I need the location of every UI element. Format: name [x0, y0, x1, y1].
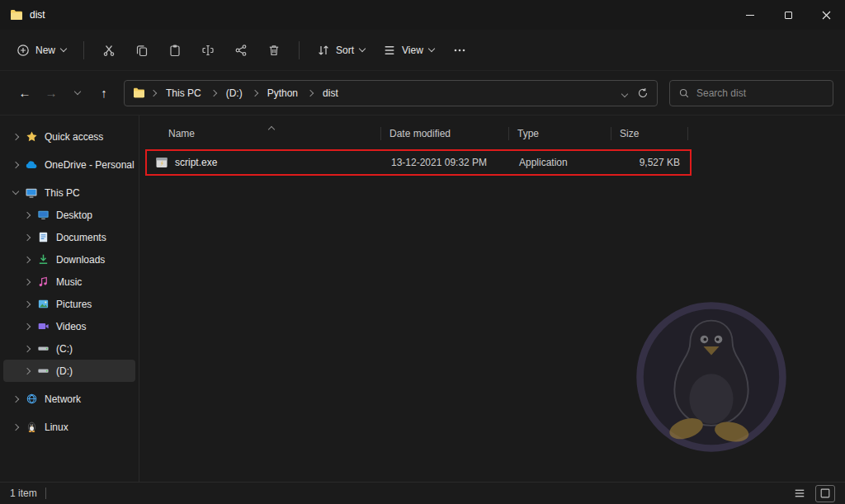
column-header-row: Name Date modified Type Size: [145, 122, 688, 145]
view-button-label: View: [402, 45, 423, 56]
maximize-button[interactable]: [769, 0, 807, 30]
penguin-icon: [23, 421, 40, 433]
file-row-script-exe[interactable]: script.exe 13-12-2021 09:32 PM Applicati…: [145, 149, 692, 176]
folder-icon: [133, 87, 145, 98]
chevron-right-icon: [20, 280, 35, 285]
music-note-icon: [35, 276, 51, 288]
details-view-icon: [794, 488, 805, 499]
sidebar-item-drive-c[interactable]: (C:): [3, 337, 135, 360]
paste-button[interactable]: [159, 37, 191, 64]
breadcrumb-python[interactable]: Python: [263, 86, 302, 101]
plus-circle-icon: [17, 44, 30, 57]
file-type-cell: Application: [511, 151, 613, 174]
sidebar-item-downloads[interactable]: Downloads: [3, 248, 135, 271]
navigation-pane: Quick access OneDrive - Personal This PC…: [0, 115, 139, 482]
thumbnail-view-icon: [819, 488, 831, 499]
item-count: 1 item: [10, 488, 37, 499]
rename-icon: [201, 44, 215, 57]
toolbar-separator: [299, 41, 300, 59]
chevron-down-icon: [60, 45, 67, 52]
minimize-button[interactable]: [731, 0, 769, 30]
column-header-date-modified[interactable]: Date modified: [381, 122, 509, 145]
sidebar-item-drive-d[interactable]: (D:): [3, 360, 135, 382]
back-icon: ←: [19, 86, 31, 100]
breadcrumb-drive-d[interactable]: (D:): [222, 86, 247, 101]
address-dropdown-button[interactable]: [622, 87, 627, 99]
up-button[interactable]: ↑: [91, 81, 117, 106]
chevron-down-icon: [8, 191, 23, 194]
share-button[interactable]: [225, 37, 257, 64]
forward-button[interactable]: →: [38, 81, 64, 106]
breadcrumb-this-pc[interactable]: This PC: [162, 86, 205, 101]
see-more-button[interactable]: [444, 37, 475, 64]
close-icon: [822, 11, 831, 20]
chevron-right-icon: [20, 346, 35, 351]
view-icon: [383, 44, 396, 57]
chevron-right-icon: [20, 235, 35, 240]
sidebar-item-linux[interactable]: Linux: [3, 416, 135, 438]
chevron-right-icon: [308, 91, 313, 96]
chevron-right-icon: [8, 134, 23, 139]
search-box[interactable]: [669, 80, 833, 106]
tab-title: dist: [30, 9, 45, 21]
picture-icon: [35, 298, 51, 310]
chevron-right-icon: [253, 91, 257, 96]
chevron-right-icon: [8, 397, 23, 402]
download-arrow-icon: [35, 253, 51, 266]
column-header-type[interactable]: Type: [509, 122, 611, 145]
sidebar-item-documents[interactable]: Documents: [3, 226, 135, 248]
cut-button[interactable]: [93, 37, 125, 64]
thumbnail-view-button[interactable]: [815, 485, 835, 502]
close-button[interactable]: [807, 0, 845, 30]
file-explorer-window: dist New: [0, 0, 845, 504]
column-header-name[interactable]: Name: [145, 122, 381, 145]
view-toggles: [790, 485, 835, 502]
copy-button[interactable]: [126, 37, 158, 64]
paste-icon: [168, 44, 182, 57]
status-divider: [45, 488, 46, 499]
chevron-right-icon: [8, 425, 23, 430]
chevron-right-icon: [20, 324, 35, 329]
details-view-button[interactable]: [790, 485, 810, 502]
sort-button[interactable]: Sort: [309, 38, 373, 63]
file-date-cell: 13-12-2021 09:32 PM: [383, 151, 511, 174]
view-button[interactable]: View: [375, 38, 442, 63]
file-name-cell: script.exe: [147, 151, 383, 174]
hard-drive-icon: [35, 342, 51, 355]
recent-locations-button[interactable]: [64, 81, 91, 106]
new-button-label: New: [35, 45, 55, 56]
chevron-right-icon: [211, 91, 216, 96]
tux-watermark: [633, 299, 790, 455]
address-bar[interactable]: This PC (D:) Python dist: [124, 80, 658, 106]
sort-icon: [317, 44, 330, 57]
chevron-down-icon: [74, 88, 81, 95]
sidebar-item-music[interactable]: Music: [3, 271, 135, 293]
address-row: ← → ↑ This PC (D:) Python dist: [0, 71, 845, 115]
breadcrumb-dist[interactable]: dist: [319, 86, 342, 101]
column-header-size[interactable]: Size: [611, 122, 688, 145]
rename-button[interactable]: [192, 37, 224, 64]
chevron-right-icon: [20, 302, 35, 307]
hard-drive-icon: [35, 365, 51, 377]
delete-button[interactable]: [258, 37, 290, 64]
new-button[interactable]: New: [8, 38, 74, 63]
sidebar-item-quick-access[interactable]: Quick access: [3, 125, 135, 148]
ellipsis-icon: [453, 44, 466, 57]
search-icon: [678, 87, 690, 99]
minimize-icon: [746, 15, 754, 16]
file-size-cell: 9,527 KB: [613, 151, 690, 174]
sidebar-item-desktop[interactable]: Desktop: [3, 204, 135, 226]
file-list-area: Name Date modified Type Size script.exe …: [139, 115, 845, 482]
maximize-icon: [785, 12, 792, 19]
explorer-tab[interactable]: dist: [0, 9, 45, 21]
sidebar-item-pictures[interactable]: Pictures: [3, 293, 135, 315]
sidebar-item-videos[interactable]: Videos: [3, 315, 135, 337]
search-input[interactable]: [696, 87, 824, 99]
desktop-icon: [35, 209, 51, 221]
sidebar-item-onedrive[interactable]: OneDrive - Personal: [3, 153, 135, 176]
refresh-button[interactable]: [637, 87, 649, 99]
back-button[interactable]: ←: [12, 81, 38, 106]
folder-icon: [10, 9, 23, 21]
sidebar-item-this-pc[interactable]: This PC: [3, 181, 135, 204]
sidebar-item-network[interactable]: Network: [3, 388, 135, 410]
